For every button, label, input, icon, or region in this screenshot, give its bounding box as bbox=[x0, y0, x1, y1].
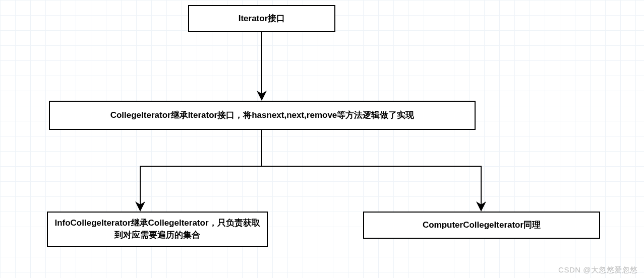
diagram-canvas: Iterator接口 CollegeIterator继承Iterator接口，将… bbox=[0, 0, 644, 278]
watermark-text: CSDN @大忽悠爱忽悠 bbox=[558, 265, 638, 275]
node-computer-college-iterator: ComputerCollegeIterator同理 bbox=[363, 212, 600, 239]
node-iterator-interface: Iterator接口 bbox=[188, 5, 335, 32]
node-label: InfoCollegeIterator继承CollegeIterator，只负责… bbox=[53, 217, 262, 241]
edge-college-to-info bbox=[140, 130, 262, 210]
node-label: Iterator接口 bbox=[239, 13, 285, 25]
node-label: ComputerCollegeIterator同理 bbox=[423, 219, 541, 231]
node-college-iterator: CollegeIterator继承Iterator接口，将hasnext,nex… bbox=[49, 101, 476, 130]
edge-college-to-computer bbox=[262, 130, 481, 210]
node-label: CollegeIterator继承Iterator接口，将hasnext,nex… bbox=[110, 109, 415, 121]
node-info-college-iterator: InfoCollegeIterator继承CollegeIterator，只负责… bbox=[47, 212, 268, 247]
